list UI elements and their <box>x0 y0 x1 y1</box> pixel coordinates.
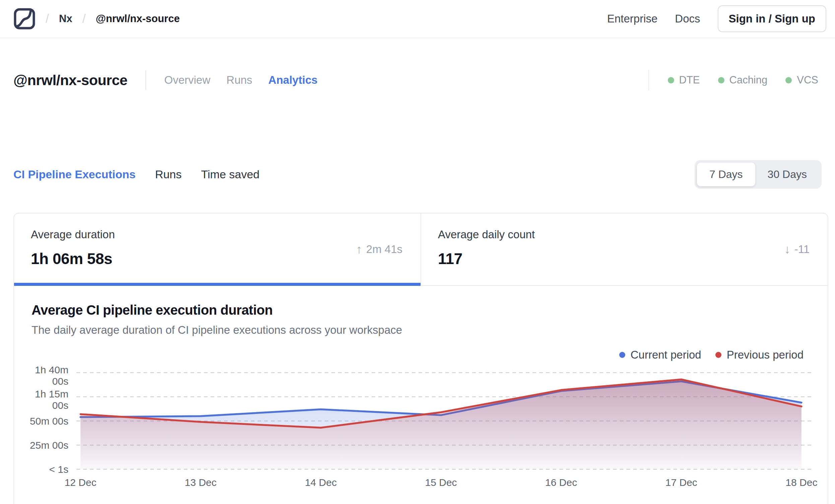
analytics-controls: CI Pipeline Executions Runs Time saved 7… <box>0 160 835 189</box>
svg-text:1h 15m: 1h 15m <box>35 388 68 400</box>
nx-cloud-logo[interactable] <box>14 8 36 30</box>
nav-actions: Enterprise Docs Sign in / Sign up <box>607 5 826 32</box>
sign-in-button[interactable]: Sign in / Sign up <box>718 5 826 32</box>
top-nav: / Nx / @nrwl/nx-source Enterprise Docs S… <box>0 0 835 38</box>
svg-text:13 Dec: 13 Dec <box>185 477 217 488</box>
feature-label: DTE <box>679 74 700 86</box>
delta-value: -11 <box>794 243 810 256</box>
stat-cards-row: Average duration 1h 06m 58s ↑ 2m 41s Ave… <box>14 214 828 286</box>
svg-text:25m 00s: 25m 00s <box>30 440 68 451</box>
page-title: @nrwl/nx-source <box>14 72 127 88</box>
range-30-days-button[interactable]: 30 Days <box>755 163 819 186</box>
workspace-tabs: Overview Runs Analytics <box>164 74 317 86</box>
stat-delta: ↓ -11 <box>785 242 810 256</box>
workspace-header: @nrwl/nx-source Overview Runs Analytics … <box>0 70 835 90</box>
svg-text:00s: 00s <box>52 376 68 387</box>
nx-cloud-logo-icon <box>14 8 36 30</box>
status-dot-icon <box>718 77 725 83</box>
date-range-toggle: 7 Days 30 Days <box>695 160 821 189</box>
status-dot-icon <box>668 77 674 83</box>
stat-value: 117 <box>438 250 812 268</box>
feature-label: VCS <box>797 74 818 86</box>
feature-vcs: VCS <box>786 74 818 86</box>
stat-label: Average daily count <box>438 228 812 241</box>
status-dot-icon <box>786 77 792 83</box>
trend-down-icon: ↓ <box>785 242 790 256</box>
svg-text:14 Dec: 14 Dec <box>305 477 337 488</box>
duration-line-chart[interactable]: 1h 40m00s1h 15m00s50m 00s25m 00s< 1s12 D… <box>14 367 828 492</box>
chart-subtitle: The daily average duration of CI pipelin… <box>32 324 828 337</box>
svg-text:18 Dec: 18 Dec <box>786 477 817 488</box>
feature-label: Caching <box>730 74 768 86</box>
delta-value: 2m 41s <box>366 243 403 256</box>
chart-title: Average CI pipeline execution duration <box>32 303 828 318</box>
tab-time-saved[interactable]: Time saved <box>201 168 259 181</box>
tab-runs[interactable]: Runs <box>226 74 252 86</box>
svg-text:16 Dec: 16 Dec <box>545 477 577 488</box>
chart-legend: Current period Previous period <box>14 348 828 361</box>
analytics-tabs: CI Pipeline Executions Runs Time saved <box>14 168 260 181</box>
feature-dte: DTE <box>668 74 700 86</box>
breadcrumb-separator: / <box>45 12 49 26</box>
tab-analytics-runs[interactable]: Runs <box>155 168 182 181</box>
stat-label: Average duration <box>31 228 404 241</box>
svg-text:15 Dec: 15 Dec <box>425 477 457 488</box>
stat-card-average-duration[interactable]: Average duration 1h 06m 58s ↑ 2m 41s <box>14 214 421 285</box>
chart-section: Average CI pipeline execution duration T… <box>14 286 828 504</box>
range-7-days-button[interactable]: 7 Days <box>697 163 755 186</box>
feature-divider <box>648 70 649 90</box>
docs-link[interactable]: Docs <box>675 13 700 25</box>
stat-delta: ↑ 2m 41s <box>356 242 403 256</box>
breadcrumb-org[interactable]: Nx <box>59 13 73 25</box>
stat-card-average-daily-count[interactable]: Average daily count 117 ↓ -11 <box>421 214 828 285</box>
svg-text:1h 40m: 1h 40m <box>35 367 68 375</box>
workspace-feature-status: DTE Caching VCS <box>648 70 822 90</box>
legend-label: Current period <box>631 348 701 361</box>
breadcrumb: / Nx / @nrwl/nx-source <box>14 8 180 30</box>
legend-current-period[interactable]: Current period <box>619 348 701 361</box>
tab-analytics[interactable]: Analytics <box>268 74 318 86</box>
current-period-dot-icon <box>619 352 625 358</box>
tab-ci-pipeline-executions[interactable]: CI Pipeline Executions <box>14 168 136 181</box>
svg-text:12 Dec: 12 Dec <box>65 477 97 488</box>
svg-text:00s: 00s <box>52 400 68 411</box>
svg-text:< 1s: < 1s <box>49 464 69 475</box>
stat-value: 1h 06m 58s <box>31 250 404 268</box>
analytics-panel: Average duration 1h 06m 58s ↑ 2m 41s Ave… <box>14 213 828 504</box>
breadcrumb-separator: / <box>82 12 86 26</box>
breadcrumb-repo[interactable]: @nrwl/nx-source <box>96 13 180 25</box>
tab-overview[interactable]: Overview <box>164 74 210 86</box>
trend-up-icon: ↑ <box>356 242 362 256</box>
feature-caching: Caching <box>718 74 768 86</box>
legend-previous-period[interactable]: Previous period <box>715 348 803 361</box>
svg-text:50m 00s: 50m 00s <box>30 416 68 427</box>
svg-text:17 Dec: 17 Dec <box>666 477 697 488</box>
previous-period-dot-icon <box>715 352 721 358</box>
title-divider <box>145 70 146 90</box>
legend-label: Previous period <box>727 348 803 361</box>
enterprise-link[interactable]: Enterprise <box>607 13 657 25</box>
